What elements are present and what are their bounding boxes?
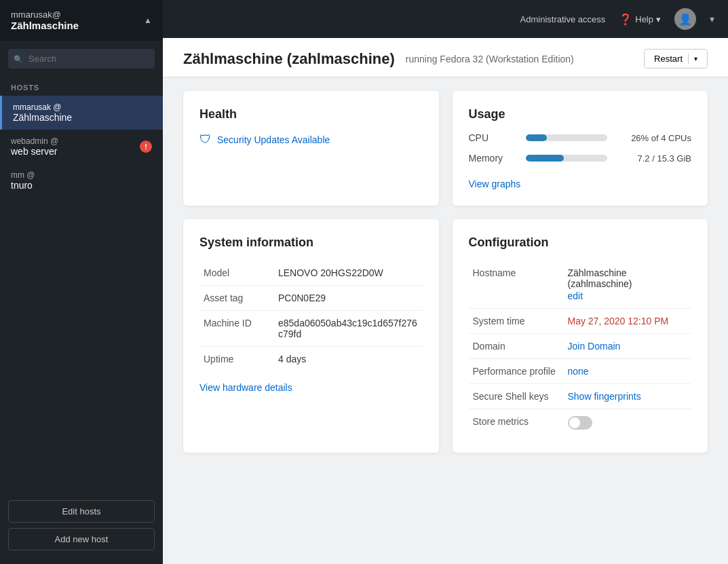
main-content: Administrative access ❓ Help ▾ 👤 ▾ Zählm… xyxy=(163,0,728,564)
sidebar-host-name: Zählmaschine xyxy=(11,20,79,31)
cpu-progress-bar xyxy=(526,134,608,141)
avatar-chevron-icon: ▾ xyxy=(710,14,714,24)
system-info-table: Model LENOVO 20HGS22D0W Asset tag PC0N0E… xyxy=(199,261,423,371)
view-graphs-link[interactable]: View graphs xyxy=(469,178,521,189)
search-container xyxy=(0,41,163,77)
store-metrics-toggle[interactable] xyxy=(568,416,592,430)
config-table: Hostname Zählmaschine (zahlmaschine) edi… xyxy=(469,261,692,436)
uptime-label: Uptime xyxy=(199,347,274,372)
host-user-webserver: webadmin @ xyxy=(11,136,58,146)
host-name-zahlmaschine: Zählmaschine xyxy=(13,112,72,123)
hostname-cell: Zählmaschine (zahlmaschine) edit xyxy=(564,261,692,309)
system-info-title: System information xyxy=(199,236,423,250)
usage-title: Usage xyxy=(469,107,692,121)
chevron-up-icon: ▲ xyxy=(144,16,152,25)
uptime-value: 4 days xyxy=(274,347,423,372)
domain-label: Domain xyxy=(469,334,564,359)
restart-label: Restart xyxy=(654,54,689,64)
usage-card: Usage CPU 26% of 4 CPUs Memory 7.2 / 15.… xyxy=(453,91,708,206)
cpu-fill xyxy=(526,134,547,141)
health-alert-text: Security Updates Available xyxy=(217,134,330,145)
sidebar-actions: Edit hosts Add new host xyxy=(0,492,163,564)
table-row: Uptime 4 days xyxy=(199,347,423,372)
ssh-row: Secure Shell keys Show fingerprints xyxy=(469,384,692,409)
performance-row: Performance profile none xyxy=(469,359,692,384)
restart-button[interactable]: Restart ▾ xyxy=(644,49,708,69)
configuration-card: Configuration Hostname Zählmaschine (zah… xyxy=(453,219,708,453)
show-fingerprints-link[interactable]: Show fingerprints xyxy=(568,391,641,402)
help-chevron-icon: ▾ xyxy=(656,14,661,24)
memory-value: 7.2 / 15.3 GiB xyxy=(617,153,691,164)
user-avatar[interactable]: 👤 xyxy=(674,8,696,30)
model-label: Model xyxy=(199,261,274,286)
asset-tag-label: Asset tag xyxy=(199,286,274,311)
help-label: Help xyxy=(635,14,653,24)
hosts-section-label: Hosts xyxy=(0,77,163,96)
running-info: running Fedora 32 (Workstation Edition) xyxy=(406,54,574,64)
view-hardware-link[interactable]: View hardware details xyxy=(199,382,292,393)
machine-id-value: e85da06050ab43c19c1d657f276c79fd xyxy=(274,311,423,347)
error-badge-webserver: ! xyxy=(140,140,152,153)
system-info-card: System information Model LENOVO 20HGS22D… xyxy=(183,219,439,453)
ssh-label: Secure Shell keys xyxy=(469,384,564,409)
health-card: Health 🛡 Security Updates Available xyxy=(183,91,439,206)
avatar-icon: 👤 xyxy=(678,13,692,26)
join-domain-link[interactable]: Join Domain xyxy=(568,341,621,352)
restart-chevron-icon: ▾ xyxy=(689,55,697,62)
sidebar-item-zahlmaschine[interactable]: mmarusak @ Zählmaschine xyxy=(0,96,163,130)
hostname-label: Hostname xyxy=(469,261,564,309)
hostname-value: Zählmaschine (zahlmaschine) xyxy=(568,267,688,289)
asset-tag-value: PC0N0E29 xyxy=(274,286,423,311)
shield-icon: 🛡 xyxy=(199,132,212,147)
hostname-edit-link[interactable]: edit xyxy=(568,290,688,301)
system-time-row: System time May 27, 2020 12:10 PM xyxy=(469,309,692,334)
machine-title: Zählmaschine (zahlmaschine) xyxy=(183,50,395,68)
hostname-row: Hostname Zählmaschine (zahlmaschine) edi… xyxy=(469,261,692,309)
performance-label: Performance profile xyxy=(469,359,564,384)
help-icon: ❓ xyxy=(619,13,632,26)
domain-row: Domain Join Domain xyxy=(469,334,692,359)
host-name-tnuro: tnuro xyxy=(11,180,35,191)
host-user-tnuro: mm @ xyxy=(11,170,35,180)
search-input[interactable] xyxy=(8,49,155,69)
health-alert[interactable]: 🛡 Security Updates Available xyxy=(199,132,423,147)
content-grid: Health 🛡 Security Updates Available Usag… xyxy=(163,77,728,466)
cpu-value: 26% of 4 CPUs xyxy=(617,133,691,143)
add-new-host-button[interactable]: Add new host xyxy=(8,528,155,550)
help-button[interactable]: ❓ Help ▾ xyxy=(619,13,661,26)
configuration-title: Configuration xyxy=(469,236,692,250)
sidebar: mmarusak@ Zählmaschine ▲ Hosts mmarusak … xyxy=(0,0,163,564)
memory-fill xyxy=(526,155,564,162)
host-name-webserver: web server xyxy=(11,146,58,157)
topbar: Administrative access ❓ Help ▾ 👤 ▾ xyxy=(163,0,728,38)
machine-id-label: Machine ID xyxy=(199,311,274,347)
admin-access-link[interactable]: Administrative access xyxy=(520,14,606,24)
metrics-row: Store metrics xyxy=(469,409,692,437)
host-user-zahlmaschine: mmarusak @ xyxy=(13,102,72,112)
table-row: Model LENOVO 20HGS22D0W xyxy=(199,261,423,286)
edit-hosts-button[interactable]: Edit hosts xyxy=(8,500,155,523)
memory-row: Memory 7.2 / 15.3 GiB xyxy=(469,153,692,164)
hosts-list: mmarusak @ Zählmaschine webadmin @ web s… xyxy=(0,96,163,198)
page-header: Zählmaschine (zahlmaschine) running Fedo… xyxy=(163,38,728,77)
memory-progress-bar xyxy=(526,155,608,162)
sidebar-item-webserver[interactable]: webadmin @ web server ! xyxy=(0,130,163,164)
health-title: Health xyxy=(199,107,423,121)
cpu-label: CPU xyxy=(469,132,516,143)
table-row: Asset tag PC0N0E29 xyxy=(199,286,423,311)
sidebar-user-name: mmarusak@ xyxy=(11,10,79,20)
sidebar-header[interactable]: mmarusak@ Zählmaschine ▲ xyxy=(0,0,163,41)
system-time-value: May 27, 2020 12:10 PM xyxy=(564,309,692,334)
cpu-row: CPU 26% of 4 CPUs xyxy=(469,132,692,143)
system-time-label: System time xyxy=(469,309,564,334)
model-value: LENOVO 20HGS22D0W xyxy=(274,261,423,286)
metrics-label: Store metrics xyxy=(469,409,564,437)
memory-label: Memory xyxy=(469,153,516,164)
sidebar-item-tnuro[interactable]: mm @ tnuro xyxy=(0,164,163,198)
table-row: Machine ID e85da06050ab43c19c1d657f276c7… xyxy=(199,311,423,347)
performance-link[interactable]: none xyxy=(568,366,589,377)
